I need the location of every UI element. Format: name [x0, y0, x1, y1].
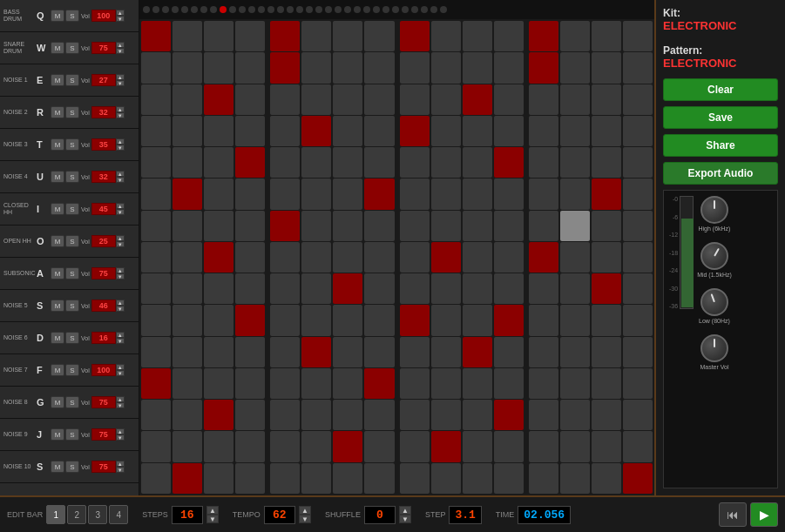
cell-13-8[interactable] [400, 431, 430, 461]
cell-3-12[interactable] [529, 116, 558, 146]
cell-12-8[interactable] [400, 400, 430, 430]
cell-7-14[interactable] [592, 242, 621, 273]
solo-btn-12[interactable]: S [65, 396, 79, 408]
cell-12-13[interactable] [560, 400, 590, 430]
vol-arrows-9[interactable]: ▲ ▼ [116, 300, 125, 312]
cell-4-9[interactable] [431, 147, 461, 178]
cell-9-10[interactable] [463, 305, 492, 335]
cell-11-2[interactable] [204, 368, 233, 399]
cell-1-2[interactable] [204, 52, 233, 83]
cell-9-11[interactable] [494, 305, 524, 335]
cell-8-0[interactable] [141, 273, 171, 304]
cell-0-15[interactable] [623, 21, 653, 51]
cell-4-5[interactable] [301, 147, 331, 178]
cell-6-9[interactable] [431, 211, 461, 241]
cell-14-9[interactable] [431, 463, 461, 494]
cell-2-13[interactable] [560, 84, 590, 115]
cell-12-1[interactable] [173, 400, 202, 430]
cell-10-1[interactable] [173, 337, 202, 367]
vol-down-14[interactable]: ▼ [116, 467, 125, 473]
cell-1-8[interactable] [400, 52, 430, 83]
cell-3-10[interactable] [463, 116, 492, 146]
cell-2-10[interactable] [463, 84, 492, 115]
cell-11-15[interactable] [623, 368, 653, 399]
mute-btn-6[interactable]: M [51, 203, 64, 215]
cell-10-9[interactable] [431, 337, 461, 367]
cell-6-10[interactable] [463, 211, 492, 241]
cell-12-7[interactable] [364, 400, 394, 430]
cell-6-6[interactable] [333, 211, 362, 241]
cell-2-15[interactable] [623, 84, 653, 115]
cell-4-6[interactable] [333, 147, 362, 178]
vol-arrows-10[interactable]: ▲ ▼ [116, 332, 125, 344]
cell-7-8[interactable] [400, 242, 430, 273]
cell-10-11[interactable] [494, 337, 524, 367]
shuffle-down[interactable]: ▼ [399, 515, 411, 523]
cell-3-8[interactable] [400, 116, 430, 146]
bar-btn-3[interactable]: 3 [88, 505, 107, 524]
cell-11-1[interactable] [173, 368, 202, 399]
cell-0-6[interactable] [333, 21, 362, 51]
mute-btn-14[interactable]: M [51, 461, 64, 473]
vol-down-12[interactable]: ▼ [116, 402, 125, 408]
cell-9-6[interactable] [333, 305, 362, 335]
cell-5-4[interactable] [270, 178, 300, 209]
cell-11-12[interactable] [529, 368, 558, 399]
save-button[interactable]: Save [663, 106, 778, 129]
vol-arrows-4[interactable]: ▲ ▼ [116, 138, 125, 151]
vol-arrows-6[interactable]: ▲ ▼ [116, 203, 125, 215]
cell-0-4[interactable] [270, 21, 300, 51]
cell-3-11[interactable] [494, 116, 524, 146]
cell-4-13[interactable] [560, 147, 590, 178]
cell-0-5[interactable] [301, 21, 331, 51]
solo-btn-14[interactable]: S [65, 461, 79, 473]
cell-8-14[interactable] [592, 273, 621, 304]
cell-0-7[interactable] [364, 21, 394, 51]
knob-2[interactable] [700, 288, 728, 316]
cell-5-7[interactable] [364, 178, 394, 209]
cell-10-5[interactable] [301, 337, 331, 367]
cell-10-13[interactable] [560, 337, 590, 367]
vol-up-6[interactable]: ▲ [116, 203, 125, 209]
cell-14-10[interactable] [463, 463, 492, 494]
cell-1-1[interactable] [173, 52, 202, 83]
vol-down-6[interactable]: ▼ [116, 209, 125, 215]
vol-down-1[interactable]: ▼ [116, 48, 125, 54]
vol-up-5[interactable]: ▲ [116, 171, 125, 177]
vol-up-4[interactable]: ▲ [116, 138, 125, 145]
cell-14-6[interactable] [333, 463, 362, 494]
cell-10-10[interactable] [463, 337, 492, 367]
vol-up-13[interactable]: ▲ [116, 428, 125, 434]
cell-1-9[interactable] [431, 52, 461, 83]
cell-7-0[interactable] [141, 242, 171, 273]
cell-5-8[interactable] [400, 178, 430, 209]
cell-13-1[interactable] [173, 431, 202, 461]
cell-12-12[interactable] [529, 400, 558, 430]
cell-8-6[interactable] [333, 273, 362, 304]
cell-5-14[interactable] [592, 178, 621, 209]
cell-1-3[interactable] [235, 52, 265, 83]
cell-1-7[interactable] [364, 52, 394, 83]
solo-btn-5[interactable]: S [65, 171, 79, 183]
cell-13-13[interactable] [560, 431, 590, 461]
cell-7-5[interactable] [301, 242, 331, 273]
cell-8-7[interactable] [364, 273, 394, 304]
tempo-stepper[interactable]: ▲ ▼ [299, 506, 311, 523]
cell-13-4[interactable] [270, 431, 300, 461]
cell-4-3[interactable] [235, 147, 265, 178]
vol-arrows-1[interactable]: ▲ ▼ [116, 42, 125, 54]
cell-13-15[interactable] [623, 431, 653, 461]
cell-13-2[interactable] [204, 431, 233, 461]
cell-8-11[interactable] [494, 273, 524, 304]
cell-1-15[interactable] [623, 52, 653, 83]
cell-1-12[interactable] [529, 52, 558, 83]
cell-5-10[interactable] [463, 178, 492, 209]
cell-8-12[interactable] [529, 273, 558, 304]
cell-8-3[interactable] [235, 273, 265, 304]
cell-10-8[interactable] [400, 337, 430, 367]
cell-4-11[interactable] [494, 147, 524, 178]
cell-5-1[interactable] [173, 178, 202, 209]
cell-14-1[interactable] [173, 463, 202, 494]
steps-stepper[interactable]: ▲ ▼ [206, 506, 219, 523]
cell-14-3[interactable] [235, 463, 265, 494]
